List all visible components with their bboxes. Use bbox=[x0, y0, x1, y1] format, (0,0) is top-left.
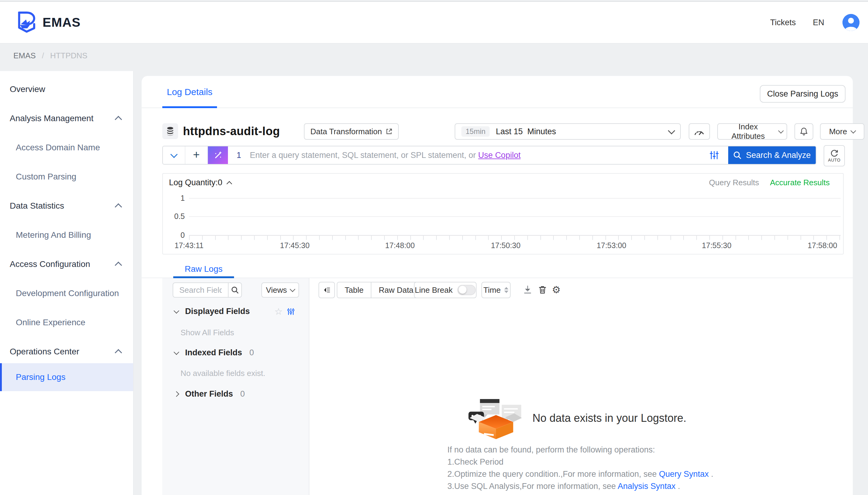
brand[interactable]: EMAS bbox=[13, 10, 81, 35]
tab-raw-logs[interactable]: Raw Logs bbox=[173, 260, 234, 278]
tab-label: Log Details bbox=[167, 87, 213, 97]
other-fields-label: Other Fields bbox=[185, 389, 233, 399]
sidebar-item-online-experience[interactable]: Online Experience bbox=[0, 308, 133, 337]
chevron-up-icon bbox=[115, 349, 122, 356]
toggle-knob bbox=[458, 286, 467, 294]
sidebar-item-label: Access Domain Name bbox=[16, 143, 100, 152]
close-parsing-logs-button[interactable]: Close Parsing Logs bbox=[760, 85, 846, 103]
favorite-star-icon[interactable]: ☆ bbox=[274, 307, 283, 316]
query-settings-button[interactable] bbox=[700, 147, 728, 164]
sidebar-item-label: Overview bbox=[10, 84, 45, 94]
index-attributes-button[interactable]: Index Attributes bbox=[717, 123, 787, 140]
time-sort-button[interactable]: Time bbox=[481, 282, 511, 298]
download-button[interactable] bbox=[523, 285, 533, 294]
sidebar-item-metering-and-billing[interactable]: Metering And Billing bbox=[0, 221, 133, 250]
query-results-label[interactable]: Query Results bbox=[709, 178, 759, 187]
header-actions: Tickets EN bbox=[762, 14, 859, 31]
time-range-value: Last 15 Minutes bbox=[496, 127, 556, 136]
y-tick-label: 0.5 bbox=[165, 212, 185, 221]
chart-title-label: Log Quantity:0 bbox=[169, 178, 222, 187]
raw-data-view-button[interactable]: Raw Data bbox=[371, 283, 421, 297]
empty-state-step-1: 1.Check Period bbox=[447, 457, 504, 467]
other-fields-section[interactable]: Other Fields 0 bbox=[174, 389, 245, 399]
copilot-magic-button[interactable] bbox=[208, 147, 228, 164]
sidebar-item-custom-parsing[interactable]: Custom Parsing bbox=[0, 162, 133, 191]
breadcrumb-root[interactable]: EMAS bbox=[13, 51, 36, 61]
y-tick-label: 0 bbox=[165, 231, 185, 240]
tab-log-details[interactable]: Log Details bbox=[162, 76, 217, 108]
collapse-fields-panel-button[interactable] bbox=[318, 282, 335, 298]
auto-refresh-button[interactable]: AUTO bbox=[824, 145, 845, 167]
sidebar-group-data-statistics[interactable]: Data Statistics bbox=[0, 191, 133, 221]
search-analyze-button[interactable]: Search & Analyze bbox=[728, 147, 816, 164]
gridline bbox=[189, 198, 841, 199]
sidebar-group-label: Analysis Management bbox=[10, 114, 93, 123]
chevron-up-icon bbox=[115, 203, 122, 210]
clear-button[interactable] bbox=[538, 285, 547, 294]
views-label: Views bbox=[266, 286, 287, 295]
show-all-fields-link[interactable]: Show All Fields bbox=[181, 328, 234, 337]
page-tabstrip: Log Details bbox=[141, 76, 853, 108]
line-break-toggle[interactable] bbox=[457, 285, 475, 295]
table-view-button[interactable]: Table bbox=[337, 283, 371, 297]
step-text: . bbox=[709, 470, 713, 479]
accurate-results-label[interactable]: Accurate Results bbox=[770, 178, 830, 187]
query-bar: + 1 Enter a query statement, SQL stateme… bbox=[162, 146, 816, 165]
chevron-down-icon bbox=[170, 151, 178, 158]
views-dropdown[interactable]: Views bbox=[261, 283, 299, 297]
breadcrumb-current: HTTPDNS bbox=[50, 51, 87, 61]
line-break-label: Line Break bbox=[415, 286, 453, 295]
sidebar-item-label: Online Experience bbox=[16, 318, 85, 327]
breadcrumb-separator: / bbox=[42, 51, 44, 61]
x-tick-label: 17:43:11 bbox=[174, 241, 203, 250]
tickets-link[interactable]: Tickets bbox=[762, 18, 804, 27]
active-tab-underline bbox=[162, 106, 217, 108]
emas-logo-icon bbox=[13, 10, 36, 35]
step-text: 3.Use SQL Analysis,For more information,… bbox=[447, 482, 618, 491]
time-range-picker[interactable]: 15min Last 15 Minutes bbox=[455, 123, 681, 140]
search-field-button[interactable] bbox=[228, 283, 242, 297]
language-switch[interactable]: EN bbox=[804, 18, 833, 27]
indexed-fields-section[interactable]: Indexed Fields 0 bbox=[174, 348, 254, 357]
sidebar-item-overview[interactable]: Overview bbox=[0, 75, 133, 104]
settings-button[interactable]: ⚙ bbox=[552, 285, 561, 294]
query-placeholder: Enter a query statement, SQL statement, … bbox=[250, 151, 478, 160]
sidebar-item-access-domain-name[interactable]: Access Domain Name bbox=[0, 133, 133, 162]
chevron-right-icon bbox=[173, 391, 179, 397]
expand-query-button[interactable] bbox=[163, 147, 185, 164]
sidebar-group-operations-center[interactable]: Operations Center bbox=[0, 337, 133, 366]
sidebar-item-label: Custom Parsing bbox=[16, 172, 76, 182]
use-copilot-link[interactable]: Use Copilot bbox=[478, 151, 521, 160]
sidebar-group-label: Access Configuration bbox=[10, 259, 90, 269]
magic-wand-icon bbox=[213, 151, 222, 160]
field-settings-icon[interactable] bbox=[287, 308, 295, 315]
sidebar-group-analysis-management[interactable]: Analysis Management bbox=[0, 104, 133, 133]
chevron-down-icon bbox=[173, 349, 179, 355]
logstore-name: httpdns-audit-log bbox=[183, 125, 280, 138]
search-analyze-label: Search & Analyze bbox=[746, 151, 811, 160]
search-field-input[interactable] bbox=[173, 283, 228, 297]
sidebar-item-parsing-logs[interactable]: Parsing Logs bbox=[0, 363, 133, 391]
sidebar-item-development-configuration[interactable]: Development Configuration bbox=[0, 279, 133, 308]
query-input[interactable]: Enter a query statement, SQL statement, … bbox=[250, 147, 700, 164]
sliders-icon bbox=[710, 150, 719, 160]
analysis-syntax-link[interactable]: Analysis Syntax bbox=[618, 482, 675, 491]
alerts-button[interactable] bbox=[795, 123, 813, 140]
sidebar-group-label: Operations Center bbox=[10, 347, 79, 357]
brand-name: EMAS bbox=[43, 15, 81, 30]
x-tick-label: 17:55:30 bbox=[702, 241, 731, 250]
user-avatar[interactable] bbox=[842, 14, 859, 31]
chevron-up-icon bbox=[115, 261, 122, 269]
more-button[interactable]: More bbox=[820, 123, 864, 140]
query-dashboard-button[interactable] bbox=[689, 123, 710, 140]
gridline bbox=[189, 216, 841, 217]
chart-title[interactable]: Log Quantity:0 bbox=[169, 178, 231, 187]
sidebar-group-access-configuration[interactable]: Access Configuration bbox=[0, 250, 133, 279]
refresh-icon bbox=[830, 149, 838, 157]
add-query-tab-button[interactable]: + bbox=[185, 147, 208, 164]
sidebar-item-label: Development Configuration bbox=[16, 289, 119, 298]
data-transformation-button[interactable]: Data Transformation bbox=[304, 123, 399, 140]
displayed-fields-section[interactable]: Displayed Fields ☆ bbox=[174, 307, 310, 316]
query-syntax-link[interactable]: Query Syntax bbox=[659, 470, 709, 479]
chevron-up-icon bbox=[115, 116, 122, 123]
